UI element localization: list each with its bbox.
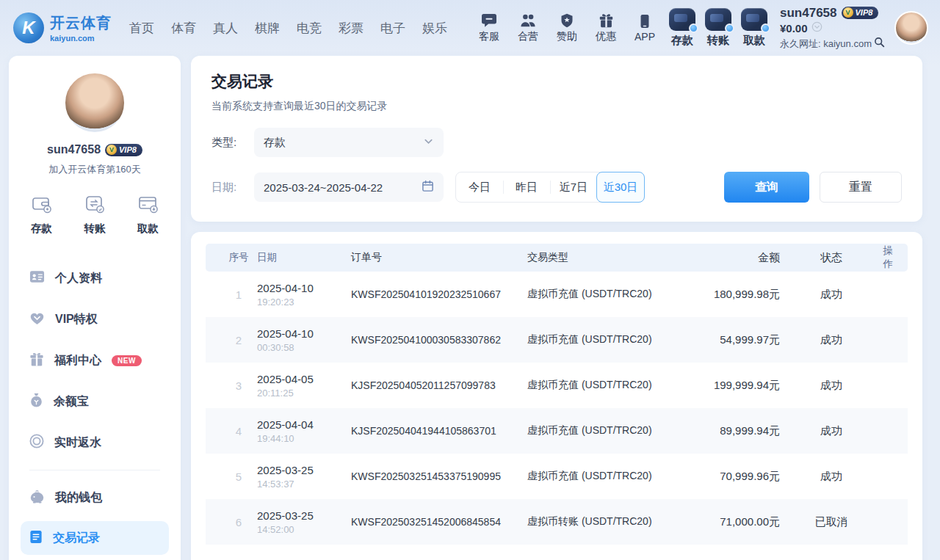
sidebar-withdraw-button[interactable]: 取款 bbox=[137, 194, 159, 236]
refresh-balance-icon[interactable] bbox=[811, 21, 822, 36]
user-avatar[interactable] bbox=[894, 11, 928, 45]
transfer-icon bbox=[705, 8, 731, 31]
piggy-bank-icon bbox=[29, 490, 45, 506]
row-amount: 180,999.98元 bbox=[684, 288, 780, 302]
row-order-no: KWSF202504100030583307862 bbox=[351, 334, 527, 346]
table-row: 1 2025-04-10 19:20:23 KWSF20250410192023… bbox=[206, 272, 908, 317]
nav-item-entertainment[interactable]: 娱乐 bbox=[422, 20, 447, 37]
nav-item-chess[interactable]: 棋牌 bbox=[255, 20, 280, 37]
transfer-button[interactable]: 转账 bbox=[705, 8, 731, 48]
row-status: 已取消 bbox=[780, 515, 883, 529]
partners-icon bbox=[520, 13, 536, 28]
date-label: 日期: bbox=[212, 181, 245, 194]
transaction-filter-panel: 交易记录 当前系统支持查询最近30日的交易记录 类型: 存款 日期: 2025-… bbox=[191, 56, 922, 222]
gift-icon bbox=[29, 352, 44, 369]
transaction-table: 序号 日期 订单号 交易类型 金额 状态 操作 1 2025-04-10 19:… bbox=[191, 232, 922, 560]
range-today-button[interactable]: 今日 bbox=[456, 172, 503, 202]
nav-item-lottery[interactable]: 彩票 bbox=[339, 20, 364, 37]
row-date: 2025-04-04 19:44:10 bbox=[257, 418, 351, 444]
sidebar-item-welfare[interactable]: 福利中心 NEW bbox=[29, 340, 160, 381]
site-logo[interactable]: K 开云体育 kaiyun.com bbox=[13, 12, 112, 43]
sidebar-item-transactions[interactable]: 交易记录 bbox=[21, 521, 169, 555]
nav-item-esports[interactable]: 电竞 bbox=[297, 20, 322, 37]
row-index: 1 bbox=[220, 288, 257, 301]
row-status: 成功 bbox=[780, 333, 883, 347]
permanent-url: 永久网址: kaiyun.com bbox=[780, 38, 872, 50]
sidebar-transfer-button[interactable]: 转账 bbox=[84, 194, 106, 236]
deposit-button[interactable]: 存款 bbox=[669, 8, 695, 48]
search-button[interactable]: 查询 bbox=[724, 172, 809, 203]
row-status: 成功 bbox=[780, 379, 883, 393]
row-date: 2025-03-25 14:53:37 bbox=[257, 464, 351, 490]
row-index: 4 bbox=[220, 425, 257, 437]
nav-item-sports[interactable]: 体育 bbox=[171, 20, 196, 37]
reset-button[interactable]: 重置 bbox=[820, 172, 902, 203]
profile-username: sun47658 bbox=[47, 143, 101, 156]
username: sun47658 bbox=[780, 5, 837, 21]
nav-item-live[interactable]: 真人 bbox=[213, 20, 238, 37]
row-amount: 54,999.97元 bbox=[684, 333, 780, 347]
sidebar-item-profile[interactable]: 个人资料 bbox=[29, 258, 160, 299]
search-icon[interactable] bbox=[874, 37, 885, 51]
row-date: 2025-04-05 20:11:25 bbox=[257, 373, 351, 399]
membership-days-text: 加入开云体育第160天 bbox=[19, 163, 170, 176]
range-yesterday-button[interactable]: 昨日 bbox=[503, 172, 550, 202]
gift-icon bbox=[599, 13, 614, 28]
profile-avatar[interactable] bbox=[64, 72, 126, 134]
row-amount: 71,000.00元 bbox=[684, 515, 780, 529]
row-order-no: KJSF202504041944105863701 bbox=[351, 425, 527, 437]
brand-name: 开云体育 bbox=[50, 13, 112, 33]
sidebar-item-wallet[interactable]: 我的钱包 bbox=[29, 477, 160, 518]
range-30days-button[interactable]: 近30日 bbox=[596, 172, 645, 203]
quick-range-group: 今日 昨日 近7日 近30日 bbox=[455, 172, 645, 203]
table-header: 序号 日期 订单号 交易类型 金额 状态 操作 bbox=[206, 244, 908, 272]
promotions-button[interactable]: 优惠 bbox=[591, 13, 621, 43]
row-type: 虚拟币充值 (USDT/TRC20) bbox=[527, 288, 684, 301]
nav-item-home[interactable]: 首页 bbox=[129, 20, 154, 37]
type-select[interactable]: 存款 bbox=[254, 128, 444, 157]
sidebar-item-rebate[interactable]: 实时返水 bbox=[29, 422, 160, 463]
sidebar-deposit-button[interactable]: 存款 bbox=[31, 194, 52, 236]
transfer-icon bbox=[84, 194, 105, 217]
sponsor-badge-icon bbox=[560, 13, 574, 28]
money-bag-icon bbox=[29, 393, 43, 410]
profile-vip-badge: VVIP8 bbox=[105, 144, 142, 156]
table-row: 2 2025-04-10 00:30:58 KWSF20250410003058… bbox=[206, 317, 908, 363]
date-range-input[interactable]: 2025-03-24~2025-04-22 bbox=[254, 172, 444, 202]
logo-monogram-icon: K bbox=[13, 12, 44, 43]
calendar-icon[interactable] bbox=[422, 180, 434, 194]
new-badge: NEW bbox=[112, 355, 142, 366]
app-download-button[interactable]: APP bbox=[630, 14, 659, 43]
wallet-icon bbox=[32, 194, 52, 217]
vip-v-icon: V bbox=[106, 145, 117, 155]
row-type: 虚拟币充值 (USDT/TRC20) bbox=[527, 424, 684, 437]
row-order-no: KWSF202504101920232510667 bbox=[351, 288, 527, 300]
vip-badge: VVIP8 bbox=[842, 7, 879, 19]
row-type: 虚拟币充值 (USDT/TRC20) bbox=[527, 470, 684, 483]
page-title: 交易记录 bbox=[212, 71, 902, 92]
vip-v-icon: V bbox=[843, 7, 853, 18]
top-header: K 开云体育 kaiyun.com 首页 体育 真人 棋牌 电竞 彩票 电子 娱… bbox=[0, 0, 940, 56]
table-row: 3 2025-04-05 20:11:25 KJSF20250405201125… bbox=[206, 363, 908, 408]
row-status: 成功 bbox=[780, 424, 883, 438]
transaction-list-icon bbox=[29, 530, 43, 547]
sidebar-item-vip[interactable]: VIP特权 bbox=[29, 299, 160, 340]
balance-amount: ¥0.00 bbox=[780, 22, 808, 36]
row-status: 成功 bbox=[780, 470, 883, 484]
row-date: 2025-04-10 19:20:23 bbox=[257, 282, 351, 308]
row-order-no: KWSF202503251453375190995 bbox=[351, 470, 527, 482]
sidebar-divider bbox=[29, 470, 160, 470]
sidebar-item-yuebao[interactable]: 余额宝 bbox=[29, 381, 160, 422]
id-card-icon bbox=[29, 270, 45, 286]
user-info-block: sun47658 VVIP8 ¥0.00 永久网址: kaiyun.com bbox=[780, 5, 885, 51]
customer-service-button[interactable]: 客服 bbox=[474, 13, 504, 43]
partners-button[interactable]: 合营 bbox=[513, 13, 543, 43]
sponsor-button[interactable]: 赞助 bbox=[552, 13, 582, 43]
page-subtitle: 当前系统支持查询最近30日的交易记录 bbox=[212, 100, 902, 113]
row-amount: 89,999.94元 bbox=[684, 424, 780, 438]
withdraw-button[interactable]: 取款 bbox=[741, 8, 767, 48]
row-index: 2 bbox=[220, 334, 257, 346]
nav-item-slots[interactable]: 电子 bbox=[380, 20, 405, 37]
phone-icon bbox=[640, 14, 650, 29]
range-7days-button[interactable]: 近7日 bbox=[550, 172, 597, 202]
